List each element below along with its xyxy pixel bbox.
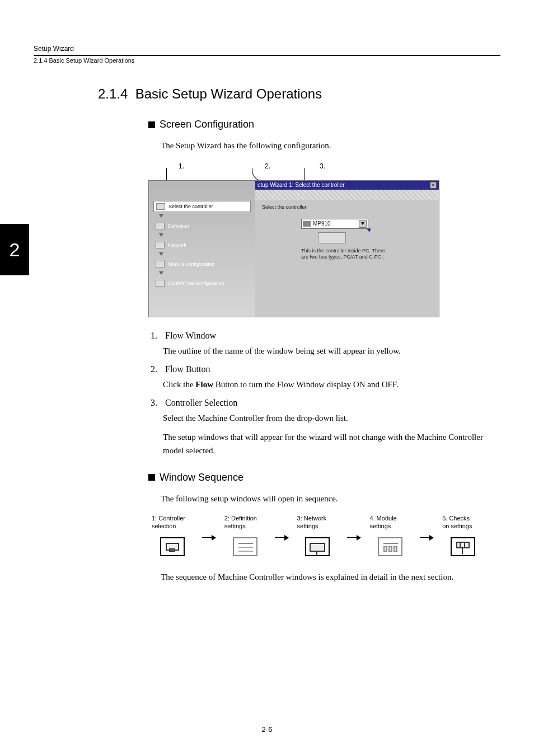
flow-step-label: Select the controller bbox=[168, 204, 213, 209]
seq-closing-paragraph: The sequence of Machine Controller windo… bbox=[161, 571, 484, 584]
seq-step-definition: 2: Definition settings bbox=[224, 515, 266, 556]
list-body-bold: Flow bbox=[195, 380, 213, 389]
flow-step-label: Module configuration bbox=[168, 261, 215, 267]
screenshot-figure: 1. 2. 3. Select the controller bbox=[148, 162, 439, 317]
controller-image bbox=[318, 232, 346, 243]
seq-icon-controller bbox=[160, 537, 185, 556]
flow-step-label: Definition bbox=[168, 223, 189, 229]
list-number: 2. bbox=[151, 364, 163, 374]
list-body-text: Button to turn the Flow Window display O… bbox=[213, 380, 399, 389]
subsection-title: Window Sequence bbox=[160, 472, 243, 483]
seq-arrow bbox=[420, 515, 433, 560]
seq-step-checks: 5. Checks on settings bbox=[442, 515, 484, 556]
subsection-title: Screen Configuration bbox=[160, 119, 254, 130]
flow-step-label: Network bbox=[168, 242, 186, 248]
arrow-down-icon bbox=[159, 214, 163, 218]
list-title: Controller Selection bbox=[165, 398, 237, 407]
arrow-down-icon bbox=[159, 252, 163, 256]
list-title: Flow Button bbox=[165, 364, 210, 374]
list-body: Click the Flow Button to turn the Flow W… bbox=[163, 378, 484, 391]
numbered-list: 1. Flow Window The outline of the name o… bbox=[151, 331, 484, 457]
definition-icon bbox=[156, 223, 165, 229]
seq-label-line2: settings bbox=[297, 523, 339, 530]
chapter-name: Setup Wizard bbox=[34, 45, 500, 53]
seq-label-line2: selection bbox=[152, 523, 193, 530]
seq-label-line1: 4. Module bbox=[369, 515, 411, 523]
arrow-down-icon bbox=[159, 271, 163, 275]
section-number: 2.1.4 bbox=[98, 86, 128, 101]
seq-step-module: 4. Module settings bbox=[369, 515, 411, 556]
chevron-down-icon[interactable] bbox=[359, 220, 367, 228]
confirm-icon bbox=[156, 280, 165, 287]
controller-dropdown[interactable]: MP910 bbox=[301, 219, 368, 229]
list-body: Select the Machine Controller from the d… bbox=[163, 411, 484, 425]
header-rule bbox=[34, 55, 500, 56]
seq-arrow bbox=[347, 515, 360, 560]
seq-icon-module bbox=[378, 537, 402, 556]
list-body: The setup windows that will appear for t… bbox=[163, 430, 484, 457]
flow-step-select-controller[interactable]: Select the controller bbox=[153, 201, 251, 212]
page-number: 2-6 bbox=[0, 725, 534, 734]
intro-paragraph: The Setup Wizard has the following confi… bbox=[161, 139, 484, 152]
seq-label-line2: settings bbox=[369, 523, 411, 530]
window-titlebar: etup Wizard 1: Select the controller × bbox=[255, 181, 439, 190]
list-title: Flow Window bbox=[165, 331, 216, 340]
panel-label: Select the controller bbox=[262, 204, 432, 210]
arrow-right-icon bbox=[202, 537, 216, 538]
controller-thumb-icon bbox=[303, 221, 311, 227]
seq-icon-checks bbox=[451, 537, 475, 556]
square-bullet-icon bbox=[148, 121, 155, 128]
seq-arrow bbox=[202, 515, 216, 560]
seq-step-network: 3: Network settings bbox=[297, 515, 339, 556]
callout-line-2 bbox=[252, 168, 268, 181]
flow-step-label: Confirm the configuration bbox=[168, 280, 224, 286]
seq-arrow bbox=[275, 515, 288, 560]
subsection-heading-screen-config: Screen Configuration bbox=[148, 119, 484, 130]
arrow-down-icon bbox=[159, 233, 163, 237]
section-title: 2.1.4 Basic Setup Wizard Operations bbox=[98, 86, 484, 102]
window-title: etup Wizard 1: Select the controller bbox=[257, 182, 345, 188]
sequence-diagram: 1: Controller selection 2: Definition se… bbox=[152, 515, 484, 560]
square-bullet-icon bbox=[148, 474, 155, 481]
seq-label-line1: 3: Network bbox=[297, 515, 339, 523]
seq-label-line1: 2: Definition bbox=[224, 515, 266, 523]
seq-label-line2: settings bbox=[224, 523, 266, 530]
seq-step-controller: 1: Controller selection bbox=[152, 515, 193, 556]
list-number: 1. bbox=[151, 331, 163, 341]
arrow-right-icon bbox=[347, 537, 360, 538]
controller-description: This is the controller inside PC. There … bbox=[301, 248, 385, 261]
arrow-right-icon bbox=[420, 537, 433, 538]
breadcrumb: 2.1.4 Basic Setup Wizard Operations bbox=[34, 57, 500, 64]
list-number: 3. bbox=[151, 398, 163, 408]
flow-step-definition[interactable]: Definition bbox=[153, 221, 251, 231]
seq-intro-paragraph: The following setup windows will open in… bbox=[161, 492, 484, 505]
list-body-text: Click the bbox=[163, 380, 195, 389]
chapter-tab: 2 bbox=[0, 224, 29, 275]
seq-icon-definition bbox=[233, 537, 257, 556]
arrow-right-icon bbox=[275, 537, 288, 538]
dropdown-value: MP910 bbox=[313, 220, 331, 227]
flow-step-module[interactable]: Module configuration bbox=[153, 259, 251, 269]
list-body: The outline of the name of the window be… bbox=[163, 344, 484, 358]
flow-step-network[interactable]: Network bbox=[153, 240, 251, 250]
flow-step-confirm[interactable]: Confirm the configuration bbox=[153, 278, 251, 288]
seq-label-line2: on settings bbox=[442, 523, 484, 530]
flow-window-panel: Select the controller Definition Network bbox=[149, 181, 255, 317]
network-icon bbox=[156, 242, 165, 248]
module-icon bbox=[156, 261, 165, 267]
close-icon[interactable]: × bbox=[430, 182, 437, 189]
subsection-heading-window-sequence: Window Sequence bbox=[148, 472, 484, 483]
seq-label-line1: 5. Checks bbox=[442, 515, 484, 523]
controller-icon bbox=[156, 203, 165, 210]
section-text: Basic Setup Wizard Operations bbox=[135, 86, 322, 101]
flow-button-banner[interactable] bbox=[255, 190, 439, 200]
seq-label-line1: 1: Controller bbox=[152, 515, 193, 523]
seq-icon-network bbox=[305, 537, 330, 556]
